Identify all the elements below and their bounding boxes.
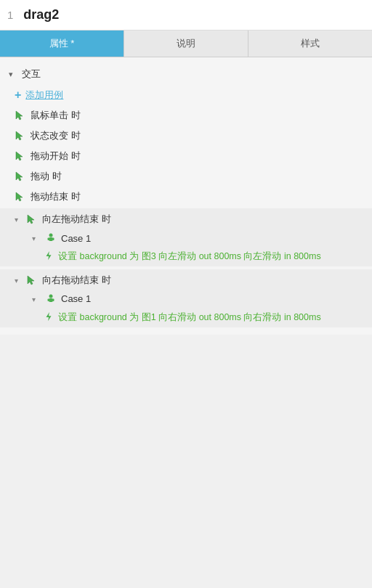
svg-rect-13 xyxy=(49,298,53,302)
event-drag-end[interactable]: 拖动结束 时 xyxy=(0,187,372,207)
svg-marker-1 xyxy=(16,131,23,140)
tab-desc[interactable]: 说明 xyxy=(124,30,248,57)
event-state-change[interactable]: 状态改变 时 xyxy=(0,126,372,146)
svg-rect-7 xyxy=(49,237,53,241)
header: 1 drag2 xyxy=(0,0,372,30)
event-drag-start[interactable]: 拖动开始 时 xyxy=(0,146,372,166)
event-cursor-icon xyxy=(26,274,38,286)
event-drag-right-end[interactable]: ▾ 向右拖动结束 时 xyxy=(0,269,372,290)
event-cursor-icon xyxy=(26,213,38,225)
svg-marker-3 xyxy=(16,172,23,181)
event-label: 向右拖动结束 时 xyxy=(42,274,111,287)
page-title: drag2 xyxy=(23,7,59,23)
section-header-interaction[interactable]: ▾ 交互 xyxy=(0,63,372,85)
action-row-right-1: 设置 background 为 图1 向右滑动 out 800ms 向右滑动 i… xyxy=(0,308,372,327)
event-cursor-icon xyxy=(15,110,26,121)
event-cursor-icon xyxy=(15,130,26,142)
tab-style[interactable]: 样式 xyxy=(248,30,372,57)
svg-marker-11 xyxy=(28,276,34,285)
svg-marker-10 xyxy=(46,251,52,260)
svg-rect-8 xyxy=(48,238,50,241)
event-label: 拖动 时 xyxy=(31,170,62,183)
event-label: 向左拖动结束 时 xyxy=(42,213,111,226)
svg-rect-15 xyxy=(52,298,54,301)
svg-marker-2 xyxy=(16,152,23,160)
event-label: 拖动结束 时 xyxy=(31,190,81,203)
action-text-left-1: 设置 background 为 图3 向左滑动 out 800ms 向左滑动 i… xyxy=(58,250,372,264)
event-mouse-click[interactable]: 鼠标单击 时 xyxy=(0,105,372,126)
event-label: 状态改变 时 xyxy=(31,129,81,142)
action-text-right-1: 设置 background 为 图1 向右滑动 out 800ms 向右滑动 i… xyxy=(58,311,372,324)
chevron-down-icon: ▾ xyxy=(9,70,17,79)
bolt-icon xyxy=(44,311,54,322)
plus-icon: + xyxy=(15,89,21,101)
case-row-right-1[interactable]: ▾ Case 1 xyxy=(0,290,372,308)
add-usecase-row[interactable]: + 添加用例 xyxy=(0,85,372,105)
event-label: 鼠标单击 时 xyxy=(31,109,81,122)
item-number: 1 xyxy=(7,9,13,21)
chevron-down-icon: ▾ xyxy=(32,234,39,242)
svg-marker-5 xyxy=(28,215,34,224)
chevron-down-icon: ▾ xyxy=(32,295,39,303)
svg-point-6 xyxy=(49,234,53,237)
case-icon xyxy=(45,293,57,305)
bolt-icon xyxy=(44,250,54,261)
tab-attrs[interactable]: 属性 * xyxy=(0,30,124,57)
content-area: ▾ 交互 + 添加用例 鼠标单击 时 状态改变 时 拖动开始 时 拖动 时 xyxy=(0,57,372,335)
svg-rect-9 xyxy=(52,238,54,241)
svg-marker-0 xyxy=(16,111,23,120)
case-icon xyxy=(45,232,57,244)
case-row-left-1[interactable]: ▾ Case 1 xyxy=(0,229,372,247)
add-usecase-link[interactable]: 添加用例 xyxy=(25,89,63,102)
event-drag-left-end[interactable]: ▾ 向左拖动结束 时 xyxy=(0,208,372,229)
event-label: 拖动开始 时 xyxy=(31,150,81,163)
svg-marker-16 xyxy=(46,312,52,321)
svg-point-12 xyxy=(49,294,53,298)
chevron-down-icon: ▾ xyxy=(15,216,22,223)
event-cursor-icon xyxy=(15,150,26,162)
case-label: Case 1 xyxy=(61,293,91,304)
svg-marker-4 xyxy=(16,192,23,201)
event-drag[interactable]: 拖动 时 xyxy=(0,166,372,187)
case-label: Case 1 xyxy=(61,233,91,244)
section-label: 交互 xyxy=(22,68,41,81)
action-row-left-1: 设置 background 为 图3 向左滑动 out 800ms 向左滑动 i… xyxy=(0,247,372,266)
svg-rect-14 xyxy=(48,298,50,301)
event-cursor-icon xyxy=(15,191,26,203)
chevron-down-icon: ▾ xyxy=(15,277,22,284)
event-cursor-icon xyxy=(15,171,26,182)
group-drag-right-end: ▾ 向右拖动结束 时 ▾ Case 1 设置 background 为 图1 向… xyxy=(0,269,372,327)
tab-bar: 属性 * 说明 样式 xyxy=(0,30,372,57)
group-drag-left-end: ▾ 向左拖动结束 时 ▾ Case 1 设置 background xyxy=(0,208,372,266)
